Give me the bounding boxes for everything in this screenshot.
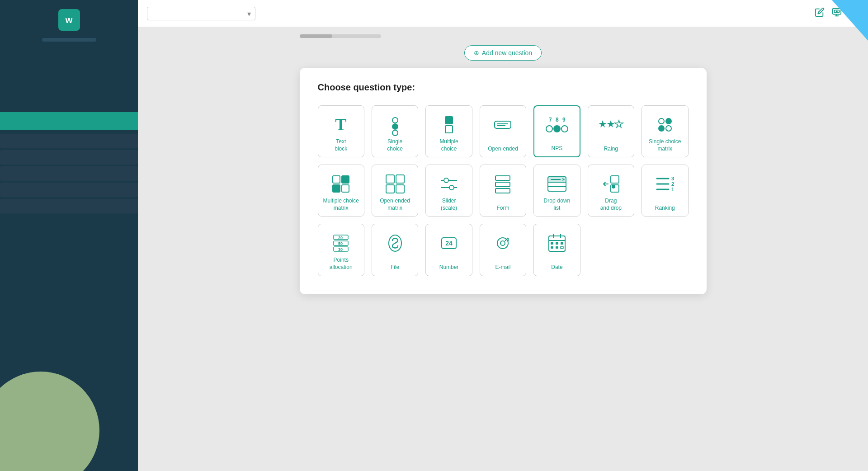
question-type-single-choice-matrix[interactable]: Single choicematrix bbox=[642, 105, 688, 157]
question-type-multiple-choice[interactable]: Multiplechoice bbox=[425, 105, 472, 157]
sidebar-item-4[interactable] bbox=[0, 183, 138, 197]
single-choice-label: Singlechoice bbox=[387, 138, 403, 152]
sidebar-active-item[interactable] bbox=[0, 112, 138, 130]
open-ended-label: Open-ended bbox=[488, 146, 518, 153]
svg-rect-11 bbox=[495, 121, 511, 128]
ranking-label: Ranking bbox=[655, 205, 675, 212]
svg-point-38 bbox=[449, 185, 454, 190]
question-type-open-ended-matrix[interactable]: Open-endedmatrix bbox=[372, 165, 418, 217]
sidebar-items bbox=[0, 134, 138, 213]
svg-text:50: 50 bbox=[338, 241, 343, 246]
sidebar-divider bbox=[42, 38, 96, 42]
svg-point-36 bbox=[444, 178, 448, 183]
sidebar-item-5[interactable] bbox=[0, 199, 138, 213]
question-type-multiple-choice-matrix[interactable]: Multiple choicematrix bbox=[318, 165, 364, 217]
file-label: File bbox=[391, 264, 399, 271]
progress-bar-fill bbox=[300, 34, 332, 38]
sidebar-item-3[interactable] bbox=[0, 166, 138, 181]
svg-marker-22 bbox=[615, 120, 623, 127]
add-new-question-button[interactable]: ⊕ Add new question bbox=[464, 45, 542, 61]
dropdown-icon bbox=[543, 170, 571, 198]
date-label: Date bbox=[551, 264, 562, 271]
question-type-email[interactable]: E-mail bbox=[480, 224, 526, 276]
sidebar: w bbox=[0, 0, 138, 471]
svg-rect-76 bbox=[551, 246, 553, 249]
svg-point-26 bbox=[666, 126, 671, 131]
open-ended-matrix-icon bbox=[382, 170, 409, 198]
svg-marker-20 bbox=[599, 120, 607, 127]
main-content: ▾ bbox=[138, 0, 868, 471]
question-type-nps[interactable]: 7 8 9 NPS bbox=[533, 105, 580, 157]
text-block-label: Textblock bbox=[335, 138, 347, 152]
number-icon: 24 bbox=[435, 230, 462, 257]
svg-rect-39 bbox=[495, 176, 510, 180]
date-icon bbox=[543, 230, 571, 257]
add-question-label: Add new question bbox=[482, 49, 532, 57]
svg-rect-47 bbox=[611, 176, 619, 183]
svg-point-17 bbox=[546, 126, 552, 132]
question-type-file[interactable]: File bbox=[372, 224, 418, 276]
number-label: Number bbox=[439, 264, 459, 271]
svg-rect-74 bbox=[556, 242, 558, 245]
survey-select[interactable] bbox=[147, 7, 255, 20]
question-type-number[interactable]: 24 Number bbox=[425, 224, 472, 276]
blue-triangle-decoration bbox=[832, 0, 868, 41]
points-allocation-label: Pointsallocation bbox=[330, 257, 353, 271]
question-type-open-ended[interactable]: Open-ended bbox=[480, 105, 526, 157]
question-type-grid: T Textblock Singlechoice bbox=[318, 105, 689, 276]
plus-icon: ⊕ bbox=[474, 49, 479, 57]
svg-rect-32 bbox=[396, 175, 404, 183]
svg-point-8 bbox=[392, 130, 398, 136]
single-choice-matrix-label: Single choicematrix bbox=[649, 138, 681, 152]
topbar: ▾ bbox=[138, 0, 868, 27]
open-ended-matrix-label: Open-endedmatrix bbox=[380, 198, 410, 212]
question-type-dropdown[interactable]: Drop-downlist bbox=[533, 165, 580, 217]
svg-text:8: 8 bbox=[556, 117, 559, 123]
question-type-ranking[interactable]: 3 2 1 Ranking bbox=[642, 165, 688, 217]
svg-text:30: 30 bbox=[338, 247, 343, 252]
sidebar-item-1[interactable] bbox=[0, 134, 138, 148]
question-type-drag-drop[interactable]: Dragand drop bbox=[588, 165, 634, 217]
edit-icon[interactable] bbox=[815, 7, 825, 19]
svg-point-7 bbox=[392, 124, 398, 129]
email-label: E-mail bbox=[495, 264, 510, 271]
question-type-slider[interactable]: Slider(scale) bbox=[425, 165, 472, 217]
survey-selector[interactable]: ▾ bbox=[147, 7, 255, 20]
sidebar-decoration bbox=[0, 372, 99, 471]
svg-text:20: 20 bbox=[338, 236, 343, 240]
svg-rect-78 bbox=[561, 246, 563, 249]
main-scroll-area: ⊕ Add new question Choose question type:… bbox=[138, 27, 868, 471]
points-allocation-icon: 20 50 30 bbox=[327, 230, 354, 257]
question-type-date[interactable]: Date bbox=[533, 224, 580, 276]
svg-text:2: 2 bbox=[671, 181, 674, 187]
svg-text:1: 1 bbox=[671, 187, 674, 192]
svg-rect-28 bbox=[342, 176, 349, 183]
question-type-single-choice[interactable]: Singlechoice bbox=[372, 105, 418, 157]
svg-text:T: T bbox=[335, 115, 347, 134]
svg-marker-21 bbox=[607, 120, 615, 127]
sidebar-logo[interactable]: w bbox=[58, 9, 80, 31]
add-question-area: ⊕ Add new question bbox=[464, 38, 542, 61]
drag-drop-icon bbox=[597, 170, 624, 198]
nps-icon: 7 8 9 bbox=[543, 112, 571, 139]
email-icon bbox=[489, 230, 516, 257]
svg-point-25 bbox=[659, 126, 664, 131]
text-block-icon: T bbox=[327, 111, 354, 138]
dialog-title: Choose question type: bbox=[318, 82, 689, 93]
svg-point-66 bbox=[500, 241, 505, 245]
form-label: Form bbox=[496, 205, 509, 212]
form-icon bbox=[489, 170, 516, 198]
multiple-choice-icon bbox=[435, 111, 462, 138]
question-type-rating[interactable]: Raing bbox=[588, 105, 634, 157]
sidebar-item-2[interactable] bbox=[0, 150, 138, 165]
open-ended-icon bbox=[489, 111, 516, 138]
svg-point-49 bbox=[612, 185, 615, 188]
question-type-form[interactable]: Form bbox=[480, 165, 526, 217]
logo-text: w bbox=[66, 15, 73, 25]
svg-rect-40 bbox=[495, 182, 510, 187]
question-type-points-allocation[interactable]: 20 50 30 Pointsallocation bbox=[318, 224, 364, 276]
question-type-dialog: Choose question type: T Textblock bbox=[300, 68, 707, 294]
question-type-text-block[interactable]: T Textblock bbox=[318, 105, 364, 157]
svg-rect-77 bbox=[556, 246, 558, 249]
ranking-icon: 3 2 1 bbox=[651, 170, 679, 198]
